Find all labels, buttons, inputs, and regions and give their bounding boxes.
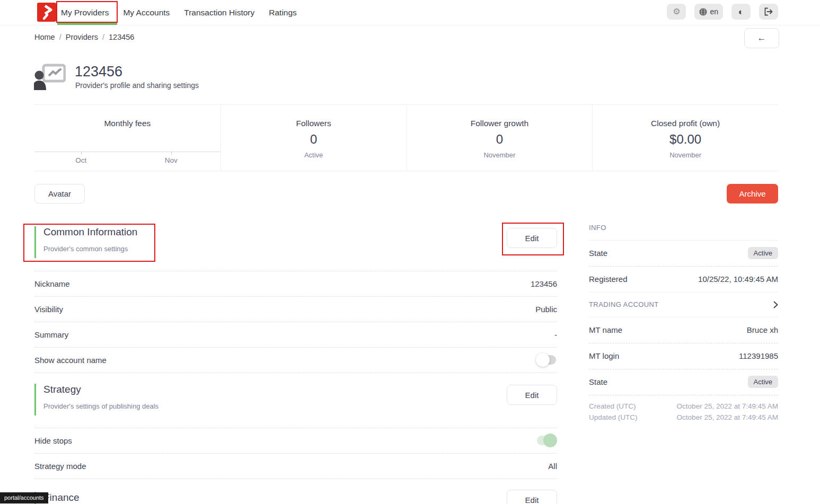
info-value: 112391985: [739, 351, 778, 360]
status-badge: Active: [748, 376, 778, 388]
stat-title: Followers: [221, 119, 407, 128]
hide-stops-toggle[interactable]: [536, 434, 557, 447]
stat-caption: November: [407, 151, 593, 159]
row-label: Visibility: [34, 305, 63, 314]
language-code: en: [710, 7, 718, 16]
row-label: Show account name: [34, 356, 107, 365]
info-row-mt-name: MT name Bruce xh: [589, 317, 778, 343]
nav-item-ratings[interactable]: Ratings: [269, 8, 297, 17]
edit-strategy-button[interactable]: Edit: [507, 385, 557, 405]
app-logo[interactable]: [37, 3, 56, 22]
fees-chart-tick: [81, 152, 82, 155]
info-row-state: State Active: [589, 240, 778, 267]
active-nav-indicator: [57, 23, 117, 25]
strategy-section-header: Strategy Provider's settings of publishi…: [34, 384, 158, 415]
provider-avatar-icon: [34, 64, 66, 92]
nav-item-my-accounts[interactable]: My Accounts: [123, 8, 170, 17]
breadcrumb-separator: /: [102, 33, 104, 41]
row-value: 123456: [531, 279, 557, 288]
info-row-registered: Registered 10/25/22, 10:49:45 AM: [589, 266, 778, 293]
info-row-account-state: State Active: [589, 369, 778, 395]
stat-value: 0: [407, 132, 593, 147]
row-label: Summary: [34, 330, 68, 339]
row-value: -: [554, 330, 557, 339]
stat-value: 0: [221, 132, 407, 147]
section-title: Finance: [43, 492, 80, 503]
info-title-divider: [589, 214, 778, 241]
section-subtitle: Provider's settings of publishing deals: [43, 402, 158, 410]
info-value: 10/25/22, 10:49:45 AM: [698, 275, 778, 284]
show-account-name-toggle[interactable]: [536, 353, 557, 367]
archive-button[interactable]: Archive: [727, 184, 778, 204]
settings-button[interactable]: ⚙: [667, 4, 686, 20]
section-title: Common Information: [43, 226, 137, 238]
info-label: Updated (UTC): [589, 413, 638, 421]
row-summary: Summary -: [34, 322, 557, 348]
info-value: October 25, 2022 at 7:49:45 AM: [677, 413, 778, 421]
topbar-actions: ⚙ en ◐: [667, 4, 778, 20]
logout-icon: [764, 7, 773, 16]
section-subtitle: Provider's common settings: [43, 245, 137, 253]
common-information-section-header: Common Information Provider's common set…: [34, 226, 137, 258]
contrast-icon: ◐: [738, 7, 744, 16]
globe-icon: [699, 8, 707, 16]
edit-finance-button[interactable]: Edit: [507, 490, 557, 504]
info-label: MT login: [589, 351, 619, 360]
toggle-knob: [543, 434, 557, 447]
language-button[interactable]: en: [694, 4, 723, 20]
section-title: Strategy: [43, 384, 158, 395]
stat-closed-profit: Closed profit (own) $0.00 November: [592, 105, 778, 171]
row-visibility: Visibility Public: [34, 296, 557, 322]
breadcrumb-providers[interactable]: Providers: [66, 33, 98, 41]
stat-value: $0.00: [593, 132, 778, 147]
info-row-updated: Updated (UTC) October 25, 2022 at 7:49:4…: [589, 413, 778, 421]
trading-account-header[interactable]: TRADING ACCOUNT: [589, 292, 778, 317]
stat-caption: November: [593, 151, 778, 159]
trading-account-label: TRADING ACCOUNT: [589, 300, 659, 308]
theme-toggle-button[interactable]: ◐: [731, 4, 751, 20]
fees-chart-axis: [34, 152, 221, 152]
breadcrumb-separator: /: [59, 33, 61, 41]
row-value: All: [548, 462, 557, 471]
breadcrumb-current: 123456: [109, 33, 134, 41]
stat-title: Closed profit (own): [593, 119, 778, 128]
fees-chart-tick-label: Oct: [75, 156, 86, 164]
fees-chart-tick-label: Nov: [165, 156, 178, 164]
info-label: Registered: [589, 275, 628, 284]
app-logo-icon: [37, 3, 56, 22]
info-value: October 25, 2022 at 7:49:45 AM: [677, 402, 778, 410]
stat-followers: Followers 0 Active: [221, 105, 407, 171]
stat-title: Follower growth: [407, 119, 593, 128]
stat-caption: Active: [221, 151, 407, 159]
page-title: 123456: [75, 64, 122, 80]
info-label: Created (UTC): [589, 402, 636, 410]
nav-item-my-providers[interactable]: My Providers: [61, 8, 109, 17]
fees-chart-tick: [171, 152, 172, 155]
chevron-right-icon: [773, 301, 778, 308]
info-label: State: [589, 249, 607, 258]
row-label: Hide stops: [34, 436, 72, 445]
nav-item-transaction-history[interactable]: Transaction History: [184, 8, 254, 17]
back-button[interactable]: ←: [744, 28, 779, 48]
row-label: Nickname: [34, 279, 70, 288]
info-label: State: [589, 377, 607, 386]
info-row-created: Created (UTC) October 25, 2022 at 7:49:4…: [589, 402, 778, 410]
row-show-account-name: Show account name: [34, 347, 557, 373]
row-strategy-mode: Strategy mode All: [34, 453, 557, 479]
page-subtitle: Provider's profile and sharing settings: [75, 81, 199, 90]
row-label: Strategy mode: [34, 462, 86, 471]
avatar-button[interactable]: Avatar: [34, 184, 85, 204]
top-navigation-bar: My Providers My Accounts Transaction His…: [0, 0, 820, 25]
breadcrumb: Home / Providers / 123456: [34, 33, 134, 41]
provider-profile-page: My Providers My Accounts Transaction His…: [0, 0, 820, 504]
status-bar-link-preview: portal/accounts: [0, 492, 48, 503]
info-row-mt-login: MT login 112391985: [589, 343, 778, 369]
toggle-knob: [536, 353, 550, 367]
logout-button[interactable]: [759, 4, 778, 20]
breadcrumb-home[interactable]: Home: [34, 33, 55, 41]
stat-title: Monthly fees: [34, 119, 221, 128]
row-hide-stops: Hide stops: [34, 428, 557, 454]
edit-common-information-button[interactable]: Edit: [507, 228, 557, 248]
stats-strip: Monthly fees Oct Nov Followers 0 Active …: [34, 104, 778, 171]
stat-follower-growth: Follower growth 0 November: [407, 105, 593, 171]
